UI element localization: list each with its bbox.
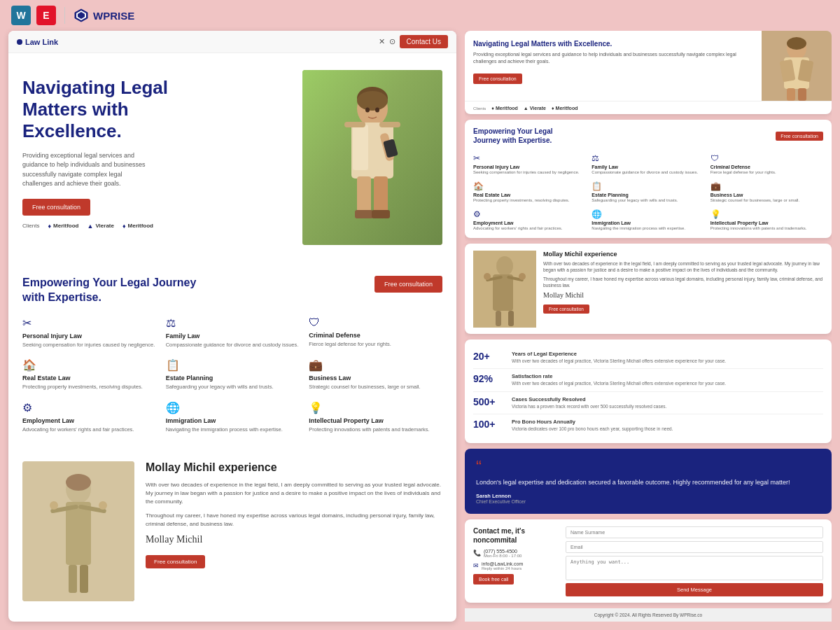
rp-contact-card: Contact me, it's noncommital 📞 (077) 555… [465, 519, 832, 603]
stat-num-probono: 100+ [473, 419, 505, 430]
rp-globe-icon: 🌐 [592, 209, 704, 219]
wprise-logo: WPRISE [74, 8, 134, 23]
rp-hero-content: Navigating Legal Matters with Excellence… [465, 31, 762, 101]
experience-cta-button[interactable]: Free consultation [146, 555, 205, 568]
rp-services-grid: ✂ Personal Injury Law Seeking compensati… [465, 149, 832, 237]
shield-icon: 🛡 [309, 316, 442, 329]
rp-service-criminal-defense: 🛡 Criminal Defense Fierce legal defense … [710, 153, 823, 176]
svg-point-16 [365, 108, 370, 113]
rp-hero-cta-button[interactable]: Free consultation [473, 74, 522, 84]
rp-shield-icon: 🛡 [710, 153, 823, 163]
right-panel: Navigating Legal Matters with Excellence… [465, 31, 832, 622]
rp-hero-image [762, 31, 832, 101]
rp-service-employment: ⚙ Employment Law Advocating for workers'… [473, 209, 586, 232]
hero-section: Navigating Legal Matters with Excellence… [8, 53, 456, 262]
quote-mark: “ [476, 458, 820, 475]
rp-service-ip: 💡 Intellectual Property Law Protecting i… [710, 209, 823, 232]
svg-rect-22 [66, 502, 91, 565]
svg-rect-27 [69, 565, 77, 593]
rp-client-2: ▲Vierate [524, 106, 546, 111]
briefcase-icon: 💼 [309, 358, 442, 372]
stat-row-experience: 20+ Years of Legal Experience With over … [473, 346, 823, 369]
svg-point-15 [357, 91, 388, 111]
bulb-icon: 💡 [309, 401, 442, 414]
rp-hero-card: Navigating Legal Matters with Excellence… [465, 31, 832, 114]
rp-services-cta-button[interactable]: Free consultation [776, 132, 823, 141]
experience-image [22, 461, 134, 601]
elementor-icon[interactable]: E [36, 6, 56, 25]
rp-clipboard-icon: 📋 [592, 181, 704, 191]
contact-us-button[interactable]: Contact Us [400, 35, 448, 48]
rp-clients: Clients ♦Meritfood ▲Vierate ♦Meritfood [465, 101, 832, 114]
rp-services-header: Empowering Your Legal Journey with Exper… [465, 120, 832, 149]
rp-service-real-estate: 🏠 Real Estate Law Protecting property in… [473, 181, 586, 204]
practice-item-estate-planning: 📋 Estate Planning Safeguarding your lega… [166, 358, 300, 391]
rp-house-icon: 🏠 [473, 181, 586, 191]
message-textarea[interactable] [566, 556, 823, 580]
experience-content: Mollay Michil experience With over two d… [146, 461, 442, 601]
experience-section: Mollay Michil experience With over two d… [8, 447, 456, 615]
stat-info-experience: Years of Legal Experience With over two … [512, 351, 726, 364]
svg-point-25 [50, 501, 58, 510]
rp-exp-para2: Throughout my career, I have honed my ex… [543, 276, 823, 288]
balance-icon: ⚖ [166, 316, 300, 330]
hero-cta-button[interactable]: Free consultation [22, 199, 90, 216]
client-meritfood-2: ♦ Meritfood [122, 223, 153, 230]
services-title: Empowering Your Legal Journey with Exper… [22, 276, 204, 305]
rp-exp: Mollay Michil experience With over two d… [465, 244, 832, 334]
hero-title: Navigating Legal Matters with Excellence… [22, 77, 291, 143]
x-icon[interactable]: ✕ [379, 37, 385, 46]
email-input[interactable] [566, 541, 823, 553]
services-cta-button[interactable]: Free consultation [374, 276, 442, 293]
client-meritfood-1: ♦ Meritfood [48, 223, 78, 230]
svg-point-17 [375, 108, 379, 113]
svg-point-29 [66, 474, 91, 491]
rp-contact-info: Contact me, it's noncommital 📞 (077) 555… [473, 526, 557, 596]
svg-rect-6 [353, 125, 368, 170]
send-message-button[interactable]: Send Message [566, 583, 823, 596]
rp-scissors-icon: ✂ [473, 153, 586, 163]
experience-title: Mollay Michil experience [146, 461, 442, 474]
rp-exp-content: Mollay Michil experience With over two d… [543, 251, 823, 328]
rp-service-family-law: ⚖ Family Law Compassionate guidance for … [592, 153, 704, 176]
svg-rect-45 [496, 311, 501, 326]
svg-rect-46 [508, 311, 514, 326]
stat-info-cases: Cases Successfully Resolved Victoria has… [512, 396, 666, 410]
hero-text: Navigating Legal Matters with Excellence… [22, 70, 291, 245]
stat-row-probono: 100+ Pro Bono Hours Annually Victoria de… [473, 414, 823, 436]
contact-hours: Mon-Fri 8:00 - 17:00 [484, 554, 522, 558]
svg-point-43 [484, 273, 491, 280]
main-layout: Law Link ✕ ⊙ Contact Us Navigating Legal… [0, 31, 840, 630]
svg-point-26 [99, 501, 107, 510]
contact-phone-item: 📞 (077) 555-4500 Mon-Fri 8:00 - 17:00 [473, 549, 557, 558]
instagram-icon[interactable]: ⊙ [389, 37, 396, 46]
book-call-button[interactable]: Book free call [473, 574, 514, 584]
wordpress-icon[interactable]: W [11, 6, 31, 25]
globe-icon: 🌐 [166, 401, 300, 414]
rp-service-business-law: 💼 Business Law Strategic counsel for bus… [710, 181, 823, 204]
name-input[interactable] [566, 526, 823, 538]
hero-description: Providing exceptional legal services and… [22, 151, 148, 189]
practice-grid: ✂ Personal Injury Law Seeking compensati… [22, 316, 442, 434]
rp-service-immigration: 🌐 Immigration Law Navigating the immigra… [592, 209, 704, 232]
practice-item-family-law: ⚖ Family Law Compassionate guidance for … [166, 316, 300, 349]
toolbar-divider [64, 7, 65, 24]
rp-signature: Mollay Michil [543, 291, 823, 299]
svg-point-37 [787, 37, 806, 50]
svg-rect-12 [355, 210, 373, 218]
clients-row: Clients ♦ Meritfood ▲ Vierate ♦ Meritfoo… [22, 216, 291, 230]
rp-services-title: Empowering Your Legal Journey with Exper… [473, 127, 578, 145]
contact-email-note: Reply within 24 hours [482, 566, 523, 570]
services-header: Empowering Your Legal Journey with Exper… [22, 276, 442, 305]
testimonial-role: Chief Executive Officer [476, 499, 820, 504]
rp-hero-desc: Providing exceptional legal services and… [473, 51, 753, 65]
hero-image [302, 70, 442, 245]
rp-experience-card: Mollay Michil experience With over two d… [465, 244, 832, 334]
stat-info-probono: Pro Bono Hours Annually Victoria dedicat… [512, 419, 673, 432]
phone-icon: 📞 [473, 550, 481, 556]
rp-exp-cta-button[interactable]: Free consultation [543, 304, 589, 314]
svg-point-39 [496, 256, 513, 276]
rp-gear-icon: ⚙ [473, 209, 586, 219]
rp-exp-image [473, 251, 536, 328]
rp-exp-para1: With over two decades of experience in t… [543, 260, 823, 273]
